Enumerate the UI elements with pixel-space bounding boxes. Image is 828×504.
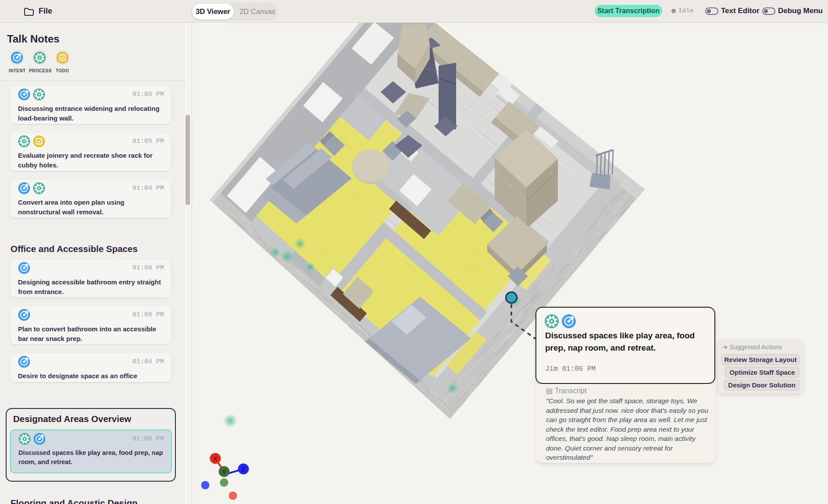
svg-text:Z: Z: [241, 465, 245, 473]
svg-text:Y: Y: [222, 468, 226, 476]
svg-text:X: X: [213, 455, 218, 462]
